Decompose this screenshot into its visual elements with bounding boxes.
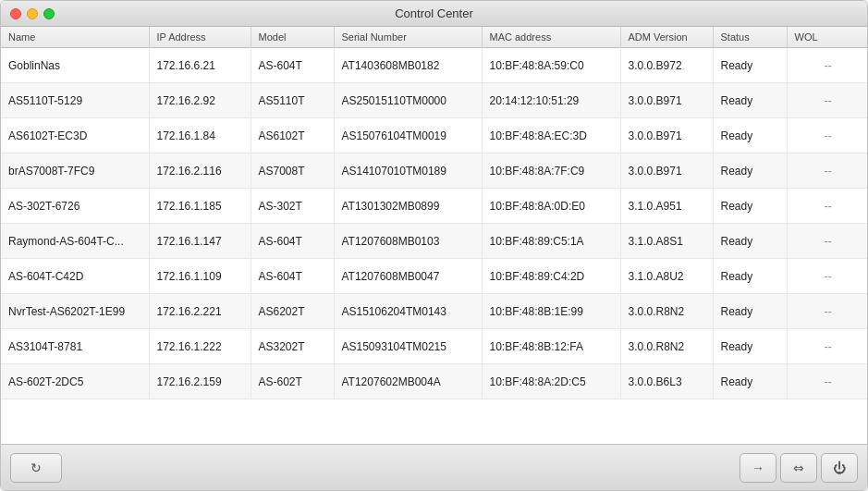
cell-name: NvrTest-AS6202T-1E99 — [1, 294, 149, 329]
cell-name: AS6102T-EC3D — [1, 118, 149, 153]
cell-ip: 172.16.2.92 — [149, 83, 251, 118]
table-row[interactable]: GoblinNas172.16.6.21AS-604TAT1403608MB01… — [1, 48, 867, 83]
header-mac: MAC address — [482, 27, 620, 48]
cell-serial: AT1207608MB0047 — [334, 259, 482, 294]
cell-mac: 10:BF:48:8A:0D:E0 — [482, 189, 620, 224]
header-name: Name — [1, 27, 149, 48]
header-adm: ADM Version — [620, 27, 713, 48]
header-serial: Serial Number — [334, 27, 482, 48]
connect-button[interactable]: → — [740, 453, 776, 483]
cell-adm: 3.0.0.R8N2 — [620, 294, 713, 329]
cell-wol: -- — [787, 224, 867, 259]
cell-status: Ready — [713, 189, 787, 224]
cell-mac: 10:BF:48:8B:1E:99 — [482, 294, 620, 329]
power-button[interactable]: ⏻ — [821, 453, 858, 483]
cell-wol: -- — [787, 294, 867, 329]
table-row[interactable]: NvrTest-AS6202T-1E99172.16.2.221AS6202TA… — [1, 294, 867, 329]
refresh-icon: ↻ — [31, 460, 42, 475]
cell-ip: 172.16.1.185 — [149, 189, 251, 224]
minimize-button[interactable] — [27, 8, 38, 19]
power-icon: ⏻ — [833, 460, 846, 475]
table-row[interactable]: AS3104T-8781172.16.1.222AS3202TAS1509310… — [1, 329, 867, 364]
cell-serial: AS14107010TM0189 — [334, 153, 482, 189]
table-row[interactable]: AS-602T-2DC5172.16.2.159AS-602TAT1207602… — [1, 364, 867, 399]
cell-model: AS-302T — [251, 189, 334, 224]
window-title: Control Center — [395, 6, 473, 20]
cell-ip: 172.16.2.221 — [149, 294, 251, 329]
cell-mac: 10:BF:48:89:C4:2D — [482, 259, 620, 294]
cell-ip: 172.16.2.159 — [149, 364, 251, 399]
table-row[interactable]: brAS7008T-7FC9172.16.2.116AS7008TAS14107… — [1, 153, 867, 189]
cell-model: AS5110T — [251, 83, 334, 118]
cell-status: Ready — [713, 329, 787, 364]
cell-adm: 3.0.0.B971 — [620, 153, 713, 189]
cell-wol: -- — [787, 48, 867, 83]
cell-mac: 10:BF:48:8A:59:C0 — [482, 48, 620, 83]
cell-adm: 3.0.0.B971 — [620, 83, 713, 118]
cell-mac: 20:14:12:10:51:29 — [482, 83, 620, 118]
cell-status: Ready — [713, 259, 787, 294]
cell-name: AS-604T-C42D — [1, 259, 149, 294]
cell-ip: 172.16.1.222 — [149, 329, 251, 364]
main-window: Control Center Name IP Address Model Ser… — [0, 0, 868, 491]
cell-wol: -- — [787, 364, 867, 399]
cell-model: AS-602T — [251, 364, 334, 399]
link-button[interactable]: ⇔ — [780, 453, 817, 483]
cell-serial: AS15093104TM0215 — [334, 329, 482, 364]
cell-status: Ready — [713, 224, 787, 259]
cell-serial: AS15076104TM0019 — [334, 118, 482, 153]
table-row[interactable]: Raymond-AS-604T-C...172.16.1.147AS-604TA… — [1, 224, 867, 259]
cell-status: Ready — [713, 118, 787, 153]
title-bar: Control Center — [1, 1, 867, 27]
devices-table: Name IP Address Model Serial Number MAC … — [1, 27, 867, 399]
maximize-button[interactable] — [43, 8, 55, 19]
header-ip: IP Address — [149, 27, 251, 48]
cell-model: AS6202T — [251, 294, 334, 329]
header-model: Model — [251, 27, 334, 48]
cell-name: brAS7008T-7FC9 — [1, 153, 149, 189]
table-row[interactable]: AS6102T-EC3D172.16.1.84AS6102TAS15076104… — [1, 118, 867, 153]
cell-serial: AS15106204TM0143 — [334, 294, 482, 329]
toolbar: ↻ → ⇔ ⏻ — [1, 444, 867, 490]
cell-name: AS5110T-5129 — [1, 83, 149, 118]
table-container[interactable]: Name IP Address Model Serial Number MAC … — [1, 27, 867, 444]
cell-name: AS-602T-2DC5 — [1, 364, 149, 399]
cell-adm: 3.1.0.A951 — [620, 189, 713, 224]
cell-model: AS-604T — [251, 259, 334, 294]
window-controls — [10, 8, 55, 19]
arrow-icon: → — [752, 460, 764, 475]
cell-adm: 3.0.0.B972 — [620, 48, 713, 83]
close-button[interactable] — [10, 8, 21, 19]
cell-serial: AS25015110TM0000 — [334, 83, 482, 118]
table-row[interactable]: AS5110T-5129172.16.2.92AS5110TAS25015110… — [1, 83, 867, 118]
cell-wol: -- — [787, 259, 867, 294]
cell-status: Ready — [713, 48, 787, 83]
cell-serial: AT1207608MB0103 — [334, 224, 482, 259]
cell-model: AS-604T — [251, 48, 334, 83]
toolbar-left: ↻ — [10, 453, 62, 483]
link-icon: ⇔ — [793, 460, 804, 475]
cell-mac: 10:BF:48:8B:12:FA — [482, 329, 620, 364]
cell-status: Ready — [713, 83, 787, 118]
cell-name: GoblinNas — [1, 48, 149, 83]
table-row[interactable]: AS-302T-6726172.16.1.185AS-302TAT1301302… — [1, 189, 867, 224]
cell-name: AS3104T-8781 — [1, 329, 149, 364]
cell-ip: 172.16.1.109 — [149, 259, 251, 294]
cell-serial: AT1301302MB0899 — [334, 189, 482, 224]
table-header-row: Name IP Address Model Serial Number MAC … — [1, 27, 867, 48]
cell-ip: 172.16.1.84 — [149, 118, 251, 153]
cell-name: AS-302T-6726 — [1, 189, 149, 224]
cell-adm: 3.0.0.B971 — [620, 118, 713, 153]
cell-wol: -- — [787, 329, 867, 364]
table-row[interactable]: AS-604T-C42D172.16.1.109AS-604TAT1207608… — [1, 259, 867, 294]
header-status: Status — [713, 27, 787, 48]
cell-model: AS3202T — [251, 329, 334, 364]
cell-wol: -- — [787, 118, 867, 153]
cell-adm: 3.1.0.A8U2 — [620, 259, 713, 294]
header-wol: WOL — [787, 27, 867, 48]
cell-mac: 10:BF:48:89:C5:1A — [482, 224, 620, 259]
cell-adm: 3.0.0.B6L3 — [620, 364, 713, 399]
cell-ip: 172.16.2.116 — [149, 153, 251, 189]
refresh-button[interactable]: ↻ — [10, 453, 62, 483]
cell-ip: 172.16.1.147 — [149, 224, 251, 259]
